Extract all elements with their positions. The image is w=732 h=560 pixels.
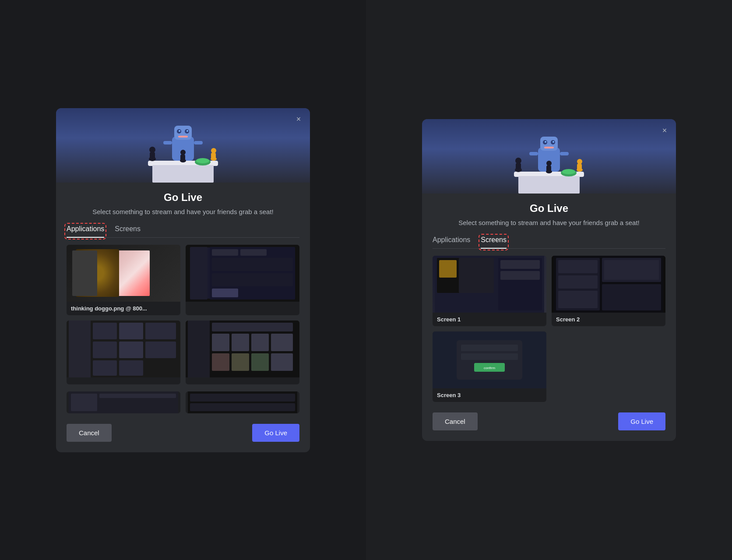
screen-thumb-1[interactable]: Screen 1 (433, 256, 546, 326)
svg-rect-45 (232, 353, 249, 371)
partial-card-1[interactable] (67, 391, 180, 413)
modal-body-right: Go Live Select something to stream and h… (422, 194, 676, 441)
tab-screens-left[interactable]: Screens (115, 225, 141, 237)
svg-rect-89 (558, 275, 598, 289)
svg-rect-79 (459, 258, 494, 293)
svg-point-21 (196, 158, 209, 163)
tabs-right: Applications Screens (433, 236, 665, 249)
close-button-left[interactable]: × (293, 114, 304, 125)
svg-point-60 (545, 141, 546, 143)
app-thumb-img-4 (186, 321, 299, 377)
modal-body-left: Go Live Select something to stream and h… (56, 183, 310, 452)
screen-thumb-2[interactable]: Screen 2 (552, 256, 665, 326)
golive-button-right[interactable]: Go Live (618, 412, 665, 430)
svg-rect-88 (558, 260, 598, 273)
svg-rect-44 (212, 353, 229, 371)
svg-rect-27 (212, 273, 293, 286)
svg-rect-49 (71, 394, 97, 411)
svg-rect-57 (540, 137, 558, 151)
svg-point-13 (149, 147, 155, 153)
app-thumb-img-1 (67, 245, 180, 302)
svg-rect-32 (93, 360, 117, 376)
svg-rect-63 (529, 152, 538, 155)
svg-rect-34 (119, 342, 143, 358)
modal-title-left: Go Live (67, 191, 299, 204)
svg-point-16 (211, 148, 216, 153)
svg-rect-35 (119, 360, 143, 376)
modal-subtitle-right: Select something to stream and have your… (433, 218, 665, 227)
svg-rect-47 (271, 353, 293, 371)
screen-thumb-img-2 (552, 256, 665, 313)
close-button-right[interactable]: × (659, 125, 670, 136)
svg-rect-3 (174, 126, 192, 140)
app-thumb-2[interactable] (186, 245, 299, 315)
go-live-modal-right: × Go Live Select something to stream and… (422, 119, 676, 441)
svg-rect-33 (119, 323, 143, 339)
tabs-left: Applications Screens (67, 225, 299, 238)
tab-applications-right[interactable]: Applications (433, 236, 470, 248)
tab-screens-right[interactable]: Screens (481, 236, 507, 248)
svg-rect-50 (99, 394, 176, 398)
svg-rect-40 (212, 334, 229, 351)
app-thumb-label-1: thinking doggo.png @ 800... (67, 302, 180, 315)
screen-label-1: Screen 1 (433, 313, 546, 326)
svg-rect-82 (500, 271, 540, 280)
svg-rect-26 (212, 258, 293, 271)
screen-thumb-img-1 (433, 256, 546, 313)
svg-rect-81 (500, 260, 540, 269)
left-side: × Go Live Select something to stream and… (0, 0, 366, 560)
screen-thumb-img-3: confirm (433, 331, 546, 388)
app-thumb-3[interactable] (67, 321, 180, 384)
partial-row (67, 391, 299, 413)
cancel-button-right[interactable]: Cancel (433, 412, 478, 430)
svg-rect-28 (212, 289, 238, 297)
svg-point-70 (577, 159, 582, 164)
tab-applications-left[interactable]: Applications (67, 225, 104, 237)
modal-subtitle-left: Select something to stream and have your… (67, 207, 299, 216)
svg-text:confirm: confirm (484, 366, 496, 370)
svg-rect-46 (251, 353, 269, 371)
svg-point-73 (546, 161, 552, 166)
right-side: × Go Live Select something to stream and… (366, 0, 732, 560)
svg-point-61 (553, 141, 554, 143)
screens-grid: Screen 1 (433, 256, 665, 402)
svg-rect-25 (240, 249, 267, 256)
svg-rect-53 (190, 403, 295, 411)
screen-label-2: Screen 2 (552, 313, 665, 326)
svg-rect-36 (145, 323, 176, 339)
screen-label-3: Screen 3 (433, 388, 546, 402)
svg-rect-15 (211, 153, 216, 160)
svg-rect-55 (518, 176, 580, 194)
svg-rect-37 (145, 342, 176, 358)
svg-rect-38 (188, 321, 210, 377)
app-thumb-1[interactable]: thinking doggo.png @ 800... (67, 245, 180, 315)
app-thumb-label-3 (67, 377, 180, 384)
screen-thumb-3[interactable]: confirm Screen 3 (433, 331, 546, 402)
modal-footer-left: Cancel Go Live (67, 420, 299, 442)
modal-footer-right: Cancel Go Live (433, 409, 665, 430)
svg-point-6 (179, 130, 180, 132)
svg-rect-52 (190, 394, 295, 402)
svg-rect-93 (461, 345, 518, 351)
svg-rect-18 (180, 155, 185, 162)
svg-rect-41 (232, 334, 249, 351)
svg-rect-39 (212, 323, 293, 331)
app-thumb-img-2 (186, 245, 299, 302)
svg-rect-66 (516, 163, 521, 171)
app-thumb-label-2 (186, 302, 299, 309)
modal-illustration-right: × (422, 119, 676, 194)
modal-title-right: Go Live (433, 202, 665, 215)
partial-card-2[interactable] (186, 391, 299, 413)
svg-rect-72 (546, 166, 551, 173)
svg-rect-9 (163, 141, 172, 144)
applications-grid: thinking doggo.png @ 800... (67, 245, 299, 384)
svg-point-19 (180, 150, 186, 155)
svg-rect-78 (439, 260, 457, 278)
app-thumb-4[interactable] (186, 321, 299, 384)
svg-rect-90 (558, 291, 598, 308)
golive-button-left[interactable]: Go Live (252, 424, 299, 442)
modal-illustration-left: × (56, 108, 310, 183)
cancel-button-left[interactable]: Cancel (67, 424, 112, 442)
svg-point-67 (515, 158, 521, 164)
svg-rect-1 (152, 165, 214, 183)
